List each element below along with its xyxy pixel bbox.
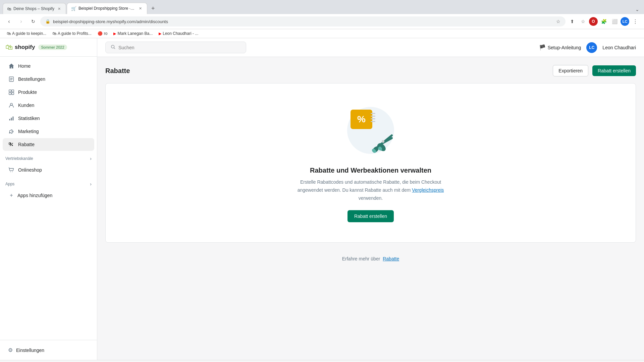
svg-point-13 [12,145,13,146]
sidebar-item-orders[interactable]: Bestellungen [3,73,94,85]
dash-2 [371,116,375,117]
search-input[interactable] [118,45,241,50]
page-header: Rabatte Exportieren Rabatt erstellen [97,57,644,83]
scissors-illustration [369,129,396,156]
sidebar-section-apps[interactable]: Apps › [0,177,97,189]
sales-channels-expand-icon: › [90,156,92,161]
bookmark-2[interactable]: 🛍 A guide to Profits... [50,30,94,37]
onlineshop-icon [8,167,15,173]
nav-right-icons: ⬆ ☆ O 🧩 ⬜ LC ⋮ [568,17,640,26]
url-text[interactable]: beispiel-dropshipping-store.myshopify.co… [53,19,553,24]
browser-nav-bar: ‹ › ↻ 🔒 beispiel-dropshipping-store.mysh… [0,14,644,29]
sidebar-item-customers[interactable]: Kunden [3,99,94,112]
dash-1 [371,113,375,114]
store-season-badge: Sommer 2022 [38,45,67,50]
export-button[interactable]: Exportieren [553,65,588,76]
sidebar-item-home[interactable]: Home [3,60,94,72]
browser-tab-2[interactable]: 🛒 Beispiel Dropshipping Store · R... ✕ [67,3,147,14]
lock-icon: 🔒 [45,19,50,24]
svg-rect-11 [13,117,14,121]
search-container[interactable] [105,42,246,53]
bookmark5-label: Leon Chaudhari - ... [163,31,198,36]
sidebar-item-products[interactable]: Produkte [3,86,94,99]
svg-line-19 [114,48,115,49]
content-area: % [97,83,644,251]
tab2-title: Beispiel Dropshipping Store · R... [78,6,136,11]
sales-channels-label: Vertriebskanäle [5,156,33,161]
svg-rect-5 [12,90,14,92]
star-icon[interactable]: ☆ [556,19,560,24]
sidebar-section-sales-channels[interactable]: Vertriebskanäle › [0,151,97,163]
main-content: 🏴 Setup-Anleitung LC Leon Chaudhari Raba… [97,38,644,360]
svg-point-18 [111,45,114,48]
sidebar-nav: Home Bestellungen Produkte Kunden [0,57,97,340]
sidebar-item-customers-label: Kunden [18,103,34,108]
svg-rect-4 [9,90,11,92]
tab1-favicon: 🛍 [7,6,11,11]
topbar: 🏴 Setup-Anleitung LC Leon Chaudhari [97,38,644,57]
user-avatar[interactable]: LC [586,42,597,53]
sidebar-item-onlineshop-label: Onlineshop [18,167,42,173]
user-name[interactable]: Leon Chaudhari [602,45,636,50]
apps-label: Apps [5,182,14,186]
sidebar-item-home-label: Home [18,63,31,69]
topbar-right: 🏴 Setup-Anleitung LC Leon Chaudhari [539,42,636,53]
tag-dashes [371,113,375,122]
sidebar-item-marketing-label: Marketing [18,129,39,134]
bookmark5-favicon: ▶ [159,32,161,36]
share-button[interactable]: ⬆ [568,17,577,26]
browser-tab-1[interactable]: 🛍 Deine Shops – Shopify ✕ [3,3,66,14]
bookmark-1[interactable]: 🛍 A guide to keepin... [4,30,49,37]
sidebar-item-discounts[interactable]: Rabatte [3,138,94,151]
empty-state-desc-part2-text: verwenden. [359,195,383,201]
bookmark1-label: A guide to keepin... [12,31,46,36]
create-discount-button-top[interactable]: Rabatt erstellen [592,65,636,76]
reload-button[interactable]: ↻ [28,16,38,26]
tab1-title: Deine Shops – Shopify [13,6,54,11]
shopify-logo[interactable]: 🛍 shopify [5,43,35,52]
user-profile-icon[interactable]: LC [621,17,629,26]
tab-list-button[interactable]: ⌄ [633,5,641,14]
discount-illustration: % [344,104,397,157]
url-bar[interactable]: 🔒 beispiel-dropshipping-store.myshopify.… [40,16,566,26]
tab1-close[interactable]: ✕ [56,6,62,11]
orders-icon [8,76,15,82]
bookmark4-label: Mark Lanegan Ba... [117,31,153,36]
learn-more-text: Erfahre mehr über [342,256,380,261]
products-icon [8,89,15,96]
empty-state-title: Rabatte und Werbeaktionen verwalten [310,167,431,174]
sidebar-item-onlineshop[interactable]: Onlineshop [3,164,94,176]
rabatte-learn-link[interactable]: Rabatte [383,256,399,261]
sidebar-item-statistics[interactable]: Statistiken [3,112,94,125]
sidebar-item-add-apps[interactable]: + Apps hinzufügen [3,189,94,202]
vergleichspreis-link[interactable]: Vergleichspreis [412,187,444,193]
bookmark-5[interactable]: ▶ Leon Chaudhari - ... [156,30,201,37]
opera-icon[interactable]: O [589,17,598,26]
sidebar: 🛍 shopify Sommer 2022 Home Bestellungen [0,38,97,360]
bookmark-button[interactable]: ☆ [578,17,588,26]
svg-rect-6 [9,93,11,95]
dash-3 [371,118,375,119]
split-view-button[interactable]: ⬜ [610,17,619,26]
sidebar-item-settings[interactable]: ⚙ Einstellungen [5,344,92,356]
sidebar-item-marketing[interactable]: Marketing [3,125,94,138]
menu-button[interactable]: ⋮ [631,17,640,26]
bookmark2-label: A guide to Profits... [58,31,92,36]
bookmark-3[interactable]: 🔴 ro [95,30,110,37]
flag-icon: 🏴 [539,44,546,51]
page-title: Rabatte [105,67,130,75]
create-discount-button-main[interactable]: Rabatt erstellen [347,210,394,222]
discount-tag: % [351,110,372,129]
setup-guide-label: Setup-Anleitung [548,45,581,50]
empty-state-card: % [105,83,636,243]
extensions-button[interactable]: 🧩 [599,17,608,26]
setup-guide-link[interactable]: 🏴 Setup-Anleitung [539,44,581,51]
dash-4 [371,121,375,122]
bookmark-4[interactable]: ▶ Mark Lanegan Ba... [111,30,155,37]
new-tab-button[interactable]: + [148,3,158,14]
tab2-close[interactable]: ✕ [138,6,143,11]
customers-icon [8,102,15,109]
home-icon [8,63,15,69]
back-button[interactable]: ‹ [4,16,14,26]
forward-button[interactable]: › [16,16,26,26]
